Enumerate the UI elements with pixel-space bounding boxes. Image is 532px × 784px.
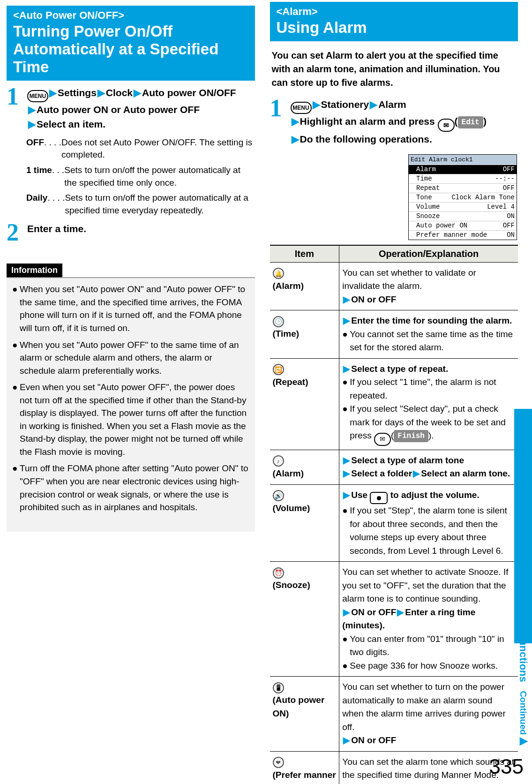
item-icon: ⏰ bbox=[273, 567, 284, 579]
section-title: Turning Power On/Off Automatically at a … bbox=[13, 23, 218, 75]
operation-cell: ▶Enter the time for sounding the alarm.●… bbox=[339, 310, 518, 359]
section-header-alarm: <Alarm> Using Alarm bbox=[270, 2, 518, 41]
def-row: Daily. . . .Sets to turn on/off the powe… bbox=[26, 192, 255, 217]
operation-cell: ▶Use to adjust the volume.●If you set "S… bbox=[339, 484, 518, 562]
op-step: ▶Select a folder▶Select an alarm tone. bbox=[342, 467, 515, 481]
col-header-item: Item bbox=[270, 245, 339, 263]
col-header-operation: Operation/Explanation bbox=[339, 245, 518, 263]
item-icon: 🕒 bbox=[273, 316, 284, 327]
arrow-icon: ▶ bbox=[133, 87, 142, 98]
operation-cell: ▶Select a type of repeat.●If you select … bbox=[339, 358, 518, 450]
item-cell: ♪(Alarm) bbox=[270, 450, 339, 484]
left-column: <Auto Power ON/OFF> Turning Power On/Off… bbox=[7, 6, 262, 784]
info-item: ●When you set "Auto power ON" and "Auto … bbox=[12, 283, 249, 334]
step-1: 1 MENU▶Settings▶Clock▶Auto power ON/OFF … bbox=[7, 85, 255, 132]
phone-screen-row: SnoozeON bbox=[409, 211, 517, 221]
table-row: ❤(Prefer manner mode)You can set the ala… bbox=[270, 751, 518, 784]
phone-screen-row: Prefer manner modeON bbox=[409, 230, 517, 240]
step-1-body: MENU▶Stationery▶Alarm ▶Highlight an alar… bbox=[291, 97, 518, 147]
phone-screen-row: VolumeLevel 4 bbox=[409, 202, 517, 211]
table-row: 🔔(Alarm)You can set whether to validate … bbox=[270, 262, 518, 310]
operation-cell: ▶Select a type of alarm tone▶Select a fo… bbox=[339, 450, 518, 484]
table-row: 🔁(Repeat)▶Select a type of repeat.●If yo… bbox=[270, 358, 518, 450]
op-bullet: ●You can enter from "01" through "10" in… bbox=[342, 633, 515, 659]
item-cell: 🔊(Volume) bbox=[270, 484, 339, 562]
operation-cell: You can set whether to activate Snooze. … bbox=[339, 562, 518, 677]
item-label: (Time) bbox=[273, 327, 337, 341]
menu-icon: MENU bbox=[27, 90, 48, 102]
def-row: OFF . . . .Does not set Auto Power ON/OF… bbox=[26, 136, 255, 161]
item-icon: ❤ bbox=[273, 757, 284, 768]
step-number: 2 bbox=[7, 220, 25, 245]
item-label: (Repeat) bbox=[273, 376, 337, 389]
item-icon: 📱 bbox=[273, 682, 284, 694]
info-item: ●When you set "Auto power OFF" to the sa… bbox=[12, 339, 249, 377]
item-label: (Volume) bbox=[273, 502, 337, 515]
step-number: 1 bbox=[270, 96, 289, 147]
arrow-icon: ▶ bbox=[369, 99, 378, 110]
definition-list: OFF . . . .Does not set Auto Power ON/OF… bbox=[26, 136, 255, 217]
item-label: (Alarm) bbox=[273, 467, 337, 481]
nav-icon bbox=[370, 492, 388, 504]
op-step: ▶ON or OFF bbox=[342, 734, 515, 747]
phone-screen-row: Time--:-- bbox=[409, 174, 517, 183]
step-1: 1 MENU▶Stationery▶Alarm ▶Highlight an al… bbox=[270, 97, 518, 147]
item-cell: ❤(Prefer manner mode) bbox=[270, 751, 339, 784]
phone-screen-row: RepeatOFF bbox=[409, 183, 517, 193]
op-step: ▶Select a type of repeat. bbox=[342, 362, 515, 376]
menu-icon: MENU bbox=[291, 102, 312, 114]
op-step: ▶Select a type of alarm tone bbox=[342, 454, 515, 467]
op-step: ▶ON or OFF bbox=[342, 782, 515, 784]
item-icon: 🔔 bbox=[273, 268, 284, 279]
op-step: ▶Enter the time for sounding the alarm. bbox=[342, 314, 515, 328]
op-bullet: ●If you select "1 time", the alarm is no… bbox=[342, 376, 515, 402]
item-cell: ⏰(Snooze) bbox=[270, 562, 339, 677]
def-row: 1 time. . .Sets to turn on/off the power… bbox=[26, 164, 255, 189]
arrow-icon: ▶ bbox=[291, 134, 300, 144]
arrow-icon: ▶ bbox=[27, 119, 37, 129]
mail-icon: ✉ bbox=[438, 119, 455, 132]
op-bullet: ●If you select "Select day", put a check… bbox=[342, 402, 515, 446]
table-row: ⏰(Snooze)You can set whether to activate… bbox=[270, 562, 518, 677]
side-tab-text: Other Convenient Functions Continued▶ bbox=[517, 418, 529, 746]
step-number: 1 bbox=[7, 84, 25, 132]
phone-screen-row: Auto power ONOFF bbox=[409, 221, 517, 230]
operation-cell: You can set whether to validate or inval… bbox=[339, 262, 518, 310]
arrow-icon: ▶ bbox=[97, 87, 106, 98]
arrow-icon: ▶ bbox=[27, 104, 37, 115]
operation-cell: You can set whether to turn on the power… bbox=[339, 677, 518, 752]
step-1-body: MENU▶Settings▶Clock▶Auto power ON/OFF ▶A… bbox=[27, 85, 255, 132]
bracket-title: <Auto Power ON/OFF> bbox=[13, 9, 248, 22]
op-step: ▶ON or OFF▶Enter a ring time (minutes). bbox=[342, 606, 515, 633]
step-2: 2 Enter a time. bbox=[7, 221, 255, 245]
phone-screenshot: Edit Alarm clock1 AlarmOFF Time--:-- Rep… bbox=[408, 154, 517, 240]
table-row: 📱(Auto power ON)You can set whether to t… bbox=[270, 677, 518, 752]
info-item: ●Turn off the FOMA phone after setting "… bbox=[12, 462, 249, 513]
page-number: 335 bbox=[489, 755, 524, 778]
phone-screen-title: Edit Alarm clock1 bbox=[409, 155, 517, 165]
item-cell: 🔁(Repeat) bbox=[270, 358, 339, 450]
arrow-icon: ▶ bbox=[291, 116, 300, 127]
arrow-icon: ▶ bbox=[312, 99, 321, 110]
table-row: 🔊(Volume)▶Use to adjust the volume.●If y… bbox=[270, 484, 518, 562]
information-box: Information ●When you set "Auto power ON… bbox=[7, 264, 255, 531]
item-label: (Snooze) bbox=[273, 579, 337, 592]
alarm-settings-table: Item Operation/Explanation 🔔(Alarm)You c… bbox=[270, 245, 518, 784]
item-cell: 🔔(Alarm) bbox=[270, 262, 339, 310]
phone-screen-row: AlarmOFF bbox=[409, 165, 517, 174]
information-title: Information bbox=[7, 264, 62, 277]
item-icon: ♪ bbox=[273, 455, 284, 467]
table-row: ♪(Alarm)▶Select a type of alarm tone▶Sel… bbox=[270, 450, 518, 484]
arrow-icon: ▶ bbox=[48, 87, 58, 98]
finish-label: Finish bbox=[394, 430, 428, 442]
table-row: 🕒(Time)▶Enter the time for sounding the … bbox=[270, 310, 518, 359]
info-item: ●Even when you set "Auto power OFF", the… bbox=[12, 381, 249, 458]
edit-label: Edit bbox=[458, 116, 483, 128]
phone-screen-row: ToneClock Alarm Tone bbox=[409, 193, 517, 202]
op-bullet: ●You cannot set the same time as the tim… bbox=[342, 328, 515, 354]
op-text: You can set whether to validate or inval… bbox=[342, 266, 515, 293]
op-text: You can set whether to turn on the power… bbox=[342, 680, 515, 734]
item-label: (Alarm) bbox=[273, 279, 337, 293]
op-text: You can set whether to activate Snooze. … bbox=[342, 565, 515, 606]
section-header-auto-power: <Auto Power ON/OFF> Turning Power On/Off… bbox=[7, 6, 255, 81]
